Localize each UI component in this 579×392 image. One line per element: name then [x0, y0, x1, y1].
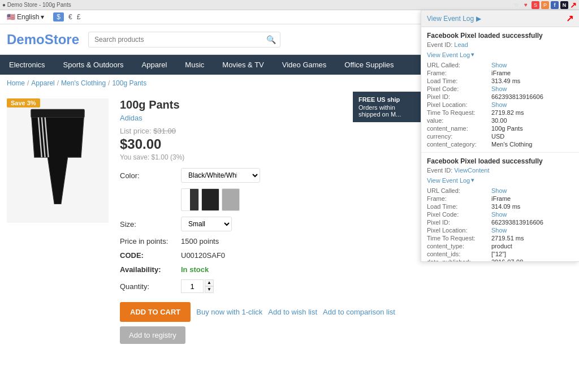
code-label: CODE:: [120, 251, 176, 260]
points-label: Price in points:: [120, 237, 176, 245]
flag-icon: 🇺🇸: [7, 13, 15, 21]
product-area: Save 3% 100g Pants Adidas List price:: [0, 92, 424, 351]
language-label: English: [17, 13, 39, 21]
browser-bar: ● Demo Store - 100g Pants ☆ ♥ S P f N ↗: [0, 0, 579, 10]
view-event-log-link[interactable]: View Event Log ▶: [427, 15, 481, 23]
event-block-1: Facebook Pixel loaded successfully Event…: [421, 27, 579, 153]
puzzle-icon[interactable]: P: [541, 1, 549, 9]
availability-field: Availability: In stock: [120, 265, 417, 274]
quantity-stepper[interactable]: ▲ ▼: [181, 279, 214, 293]
search-input[interactable]: [88, 32, 280, 48]
product-image: [7, 98, 109, 223]
shield-icon[interactable]: S: [532, 1, 539, 9]
wishlist-button[interactable]: Add to wish list: [268, 308, 317, 316]
nav-movies[interactable]: Movies & TV: [213, 55, 273, 75]
facebook-icon[interactable]: f: [551, 1, 559, 9]
size-label: Size:: [120, 220, 176, 229]
nav-videogames[interactable]: Video Games: [273, 55, 336, 75]
nav-office[interactable]: Office Supplies: [335, 55, 403, 75]
nav-music[interactable]: Music: [176, 55, 213, 75]
event-id-value-1[interactable]: Lead: [454, 41, 468, 48]
event-id-2: Event ID: ViewContent: [427, 167, 573, 174]
currency-usd[interactable]: $: [53, 12, 64, 21]
color-swatches: [181, 188, 417, 211]
swatch-black[interactable]: [201, 188, 219, 211]
event-title-2: Facebook Pixel loaded successfully: [427, 157, 573, 165]
search-button[interactable]: 🔍: [266, 35, 276, 44]
logo-text: Demo: [7, 32, 45, 47]
panel-header: View Event Log ▶ ↗: [421, 10, 579, 27]
shipping-banner: FREE US ship Orders within shipped on M.…: [353, 92, 421, 122]
arrow-icon: ↗: [570, 1, 577, 10]
points-value: 1500 points: [181, 237, 219, 245]
product-image-area: Save 3%: [7, 98, 109, 344]
quantity-up[interactable]: ▲: [205, 279, 214, 286]
list-price: List price: $31.00: [120, 127, 417, 135]
product-details: 100g Pants Adidas List price: $31.00 $30…: [120, 98, 417, 344]
nav-electronics[interactable]: Electronics: [0, 55, 54, 75]
add-to-cart-button[interactable]: ADD TO CART: [120, 302, 191, 322]
current-price: $30.00: [120, 136, 417, 152]
availability-value: In stock: [181, 265, 209, 274]
breadcrumb-mens[interactable]: Men's Clothing: [61, 79, 106, 87]
currency-options: $ € £: [53, 12, 80, 21]
pixel-panel: View Event Log ▶ ↗ Facebook Pixel loaded…: [421, 10, 579, 262]
logo-accent: Store: [45, 32, 79, 47]
code-field: CODE: U00120SAF0: [120, 251, 417, 260]
event-details-1: URL Called:Show Frame:iFrame Load Time:3…: [427, 62, 573, 148]
language-selector[interactable]: 🇺🇸 English ▾: [7, 13, 44, 21]
color-select[interactable]: Black/White/White Black White: [181, 168, 260, 183]
heart-icon[interactable]: ♥: [522, 1, 530, 9]
shipping-detail2: shipped on M...: [358, 111, 415, 118]
save-badge: Save 3%: [7, 98, 40, 107]
registry-button[interactable]: Add to registry: [120, 326, 185, 344]
event-details-2: URL Called:Show Frame:iFrame Load Time:3…: [427, 187, 573, 262]
event-title-1: Facebook Pixel loaded successfully: [427, 32, 573, 40]
event-id-label-2: Event ID:: [427, 167, 452, 174]
panel-close-arrow[interactable]: ↗: [566, 13, 573, 24]
svg-rect-0: [31, 109, 84, 117]
event-log-link-2[interactable]: View Event Log ▾: [427, 176, 474, 184]
quantity-buttons: ▲ ▼: [205, 279, 214, 293]
list-price-value: $31.00: [153, 127, 176, 135]
currency-eur[interactable]: €: [68, 13, 72, 21]
breadcrumb-current: 100g Pants: [112, 79, 146, 87]
pixel-icon[interactable]: N: [560, 1, 568, 9]
swatch-gray[interactable]: [222, 188, 240, 211]
quantity-label: Quantity:: [120, 282, 176, 291]
comparison-button[interactable]: Add to comparison list: [323, 308, 395, 316]
store-logo[interactable]: DemoStore: [7, 32, 79, 48]
color-field: Color: Black/White/White Black White: [120, 168, 417, 183]
event-id-1: Event ID: Lead: [427, 41, 573, 48]
event-log-link-1[interactable]: View Event Log ▾: [427, 51, 474, 58]
list-price-label: List price:: [120, 127, 152, 135]
breadcrumb-home[interactable]: Home: [7, 79, 25, 87]
quantity-down[interactable]: ▼: [205, 286, 214, 293]
nav-sports[interactable]: Sports & Outdoors: [54, 55, 133, 75]
shipping-title: FREE US ship: [358, 96, 415, 103]
event-id-label-1: Event ID:: [427, 41, 452, 48]
action-buttons: ADD TO CART Buy now with 1-click Add to …: [120, 302, 417, 322]
currency-gbp[interactable]: £: [77, 13, 81, 21]
availability-label: Availability:: [120, 265, 176, 274]
swatch-bw[interactable]: [181, 188, 199, 211]
dropdown-arrow: ▾: [41, 13, 44, 21]
size-select[interactable]: Small Medium Large: [181, 217, 232, 231]
breadcrumb-apparel[interactable]: Apparel: [31, 79, 54, 87]
size-field: Size: Small Medium Large: [120, 217, 417, 231]
quantity-field: Quantity: ▲ ▼: [120, 279, 417, 293]
buy-now-button[interactable]: Buy now with 1-click: [196, 308, 262, 316]
savings: You save: $1.00 (3%): [120, 153, 417, 161]
star-icon[interactable]: ☆: [512, 1, 520, 9]
search-box: 🔍: [88, 32, 280, 48]
points-field: Price in points: 1500 points: [120, 237, 417, 245]
color-label: Color:: [120, 171, 176, 180]
quantity-input[interactable]: [181, 279, 204, 293]
nav-apparel[interactable]: Apparel: [133, 55, 176, 75]
shipping-detail: Orders within: [358, 104, 415, 111]
event-id-value-2[interactable]: ViewContent: [454, 167, 489, 174]
event-block-2: Facebook Pixel loaded successfully Event…: [421, 153, 579, 262]
code-value: U00120SAF0: [181, 251, 225, 260]
browser-tab: ● Demo Store - 100g Pants: [2, 2, 71, 8]
